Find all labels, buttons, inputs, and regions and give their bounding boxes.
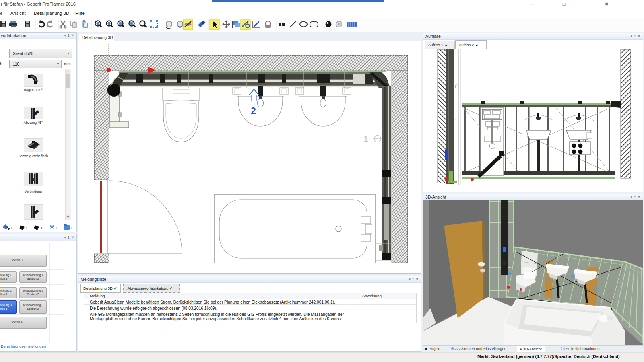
svg-text:2: 2 — [251, 106, 256, 116]
svg-text:1: 1 — [363, 134, 368, 144]
svg-text:L: L — [11, 227, 12, 230]
svg-text:A: A — [41, 227, 43, 230]
svg-text:L: L — [56, 227, 58, 230]
svg-text:L: L — [71, 227, 72, 230]
svg-text:0: 0 — [26, 227, 27, 230]
